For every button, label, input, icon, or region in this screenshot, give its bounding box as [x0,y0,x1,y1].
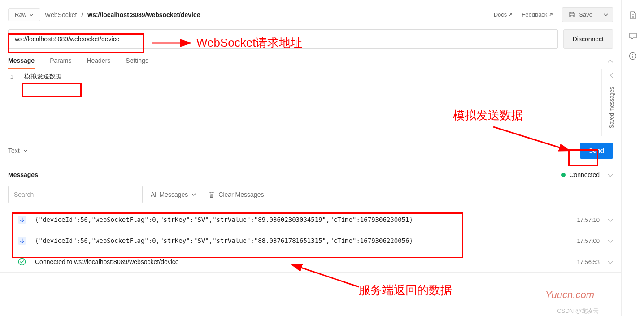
watermark: CSDN @龙凌云 [557,307,599,315]
tab-params[interactable]: Params [50,57,71,69]
message-row[interactable]: {"deviceId":56,"webSocketFlag":0,"strKey… [0,209,621,230]
chevron-down-icon [608,240,613,243]
raw-dropdown[interactable]: Raw [8,8,40,21]
save-icon [569,11,575,18]
feedback-link[interactable]: Feedback [522,11,553,18]
arrow-down-icon [18,237,26,245]
clear-messages-button[interactable]: Clear Messages [209,191,264,198]
chevron-down-icon [604,13,608,16]
message-time: 17:57:00 [577,238,600,244]
message-expand-toggle[interactable] [608,259,613,265]
tab-message[interactable]: Message [8,57,35,69]
check-circle-icon [18,258,26,266]
arrow-down-icon [18,216,26,224]
comment-icon[interactable] [629,32,637,41]
message-filter-dropdown[interactable]: All Messages [151,191,196,198]
breadcrumb: WebSocket / ws://localhost:8089/websocke… [45,11,200,18]
message-row[interactable]: {"deviceId":56,"webSocketFlag":0,"strKey… [0,230,621,251]
docs-label: Docs [494,11,507,18]
message-text: {"deviceId":56,"webSocketFlag":0,"strKey… [35,216,568,223]
save-label: Save [579,11,592,18]
send-button[interactable]: Send [580,143,613,159]
external-icon [549,13,553,17]
raw-label: Raw [15,11,26,18]
body-type-dropdown[interactable]: Text [8,147,28,154]
status-dot-icon [561,173,566,177]
url-input[interactable] [8,29,558,49]
annotation-arrow-icon [287,262,363,289]
tab-headers[interactable]: Headers [87,57,110,69]
svg-line-2 [493,127,570,151]
search-input[interactable] [8,186,143,203]
clear-messages-label: Clear Messages [218,191,264,198]
editor-expand-toggle[interactable] [610,73,613,79]
breadcrumb-path: ws://localhost:8089/websocket/device [87,11,200,18]
document-icon[interactable] [629,11,637,21]
message-text: {"deviceId":56,"webSocketFlag":0,"strKey… [35,237,568,244]
svg-point-0 [19,259,26,265]
chevron-down-icon [23,149,28,152]
chevron-down-icon [608,219,613,222]
connection-status: Connected [561,171,600,178]
collapse-toggle[interactable] [608,57,613,69]
watermark: Yuucn.com [545,289,594,301]
message-time: 17:56:53 [577,259,600,265]
svg-point-5 [632,54,633,55]
docs-link[interactable]: Docs [494,11,513,18]
chevron-down-icon [29,13,34,16]
info-icon[interactable] [629,52,637,61]
messages-title: Messages [8,171,38,178]
breadcrumb-separator: / [81,11,83,18]
chevron-down-icon [608,261,613,264]
saved-messages-label[interactable]: Saved messages [609,87,615,128]
annotation-arrow-icon [491,125,576,155]
chevron-down-icon [608,174,613,177]
breadcrumb-websocket[interactable]: WebSocket [45,11,77,18]
chevron-down-icon [191,193,196,196]
external-icon [509,13,513,17]
annotation-arrow-icon [152,38,195,48]
save-dropdown-button[interactable] [599,7,613,22]
feedback-label: Feedback [522,11,547,18]
editor-content[interactable]: 模拟发送数据 [20,69,621,85]
chevron-left-icon [610,73,613,78]
message-filter-label: All Messages [151,191,188,198]
message-expand-toggle[interactable] [608,216,613,223]
body-type-label: Text [8,147,20,154]
message-time: 17:57:10 [577,216,600,223]
tab-settings[interactable]: Settings [126,57,148,69]
trash-icon [209,191,215,198]
chevron-up-icon [608,60,613,63]
annotation-text: 服务端返回的数据 [359,282,452,298]
message-expand-toggle[interactable] [608,238,613,244]
editor-linenum: 1 [0,69,20,85]
disconnect-button[interactable]: Disconnect [563,29,613,49]
status-text: Connected [569,171,600,178]
messages-collapse-toggle[interactable] [608,171,613,178]
svg-line-3 [292,264,359,287]
save-button[interactable]: Save [562,7,599,22]
